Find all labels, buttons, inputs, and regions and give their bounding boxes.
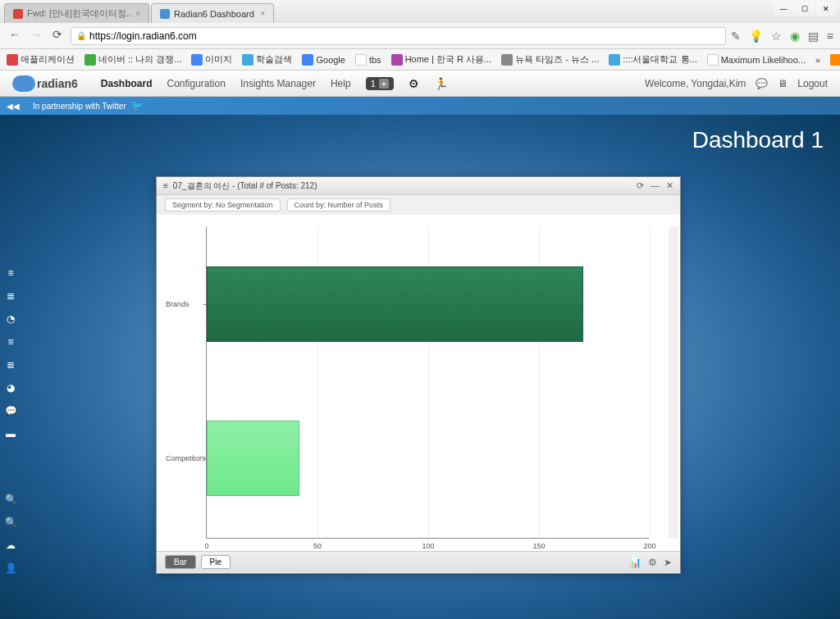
chart-plot: Brands Competitors 0 50 100 150 200 (206, 227, 649, 539)
close-window-icon[interactable]: ✕ (816, 2, 836, 16)
x-tick-50: 50 (313, 542, 322, 550)
nav-help[interactable]: Help (331, 78, 351, 89)
collapse-icon[interactable]: ◀◀ (7, 102, 20, 111)
sidebar-search4-icon[interactable]: 👤 (4, 562, 17, 575)
widget-footer: Bar Pie 📊 ⚙ ➤ (157, 551, 680, 572)
sidebar-search2-icon[interactable]: 🔍 (4, 516, 17, 529)
twitter-icon: 🐦 (131, 100, 144, 112)
pie-chart-button[interactable]: Pie (201, 555, 231, 569)
browser-tab-radian[interactable]: Radian6 Dashboard × (151, 3, 274, 23)
forward-button[interactable]: → (28, 28, 44, 44)
sidebar-tool3-icon[interactable]: ◔ (4, 312, 17, 325)
close-icon[interactable]: × (135, 9, 140, 18)
browser-tab-gmail[interactable]: Fwd: [안내]한국데이터정.. × (4, 3, 149, 23)
ext2-icon[interactable]: ▤ (808, 30, 819, 43)
bookmark-nyt[interactable]: 뉴욕 타임즈 - 뉴스 ... (501, 53, 599, 66)
nyt-icon (501, 54, 513, 66)
widget-filters: Segment by: No Segmentation Count by: Nu… (157, 195, 680, 215)
bookmark-r[interactable]: Home | 한국 R 사용... (391, 53, 492, 66)
bar-chart-button[interactable]: Bar (165, 555, 196, 569)
ext1-icon[interactable]: ◉ (790, 30, 800, 43)
nav-insights[interactable]: Insights Manager (240, 78, 316, 89)
lock-icon: 🔒 (76, 31, 86, 40)
bar-competitors[interactable] (207, 421, 299, 496)
sidebar-tool7-icon[interactable]: 💬 (4, 404, 17, 417)
gear-icon[interactable]: ⚙ (648, 557, 657, 568)
partner-bar: ◀◀ In partnership with Twitter 🐦 (0, 97, 840, 115)
forward-icon[interactable]: ➤ (664, 557, 672, 568)
bookmark-snu[interactable]: ::::서울대학교 통... (609, 53, 696, 66)
radian-icon (160, 9, 170, 19)
bookmark-images[interactable]: 이미지 (191, 53, 232, 66)
running-icon[interactable]: 🏃 (434, 77, 448, 90)
star-icon[interactable]: ☆ (771, 30, 782, 43)
bookmark-more[interactable]: » (815, 55, 820, 65)
y-label-competitors: Competitors (166, 454, 206, 462)
segment-filter-button[interactable]: Segment by: No Segmentation (165, 198, 281, 212)
hamburger-icon[interactable]: ≡ (163, 181, 168, 190)
maximize-icon[interactable]: ☐ (795, 2, 815, 16)
welcome-text: Welcome, Yongdai,Kim (645, 78, 746, 89)
sidebar-tool5-icon[interactable]: ≣ (4, 358, 17, 371)
sidebar-search1-icon[interactable]: 🔍 (4, 493, 17, 506)
chart-area: Brands Competitors 0 50 100 150 200 (157, 215, 680, 551)
refresh-icon[interactable]: ⟳ (637, 180, 644, 191)
tab-label: Radian6 Dashboard (174, 9, 254, 19)
sidebar-tool1-icon[interactable]: ≡ (4, 266, 17, 280)
app-header: radian6 Dashboard Configuration Insights… (0, 71, 840, 97)
naver-icon (84, 54, 96, 66)
close-icon[interactable]: × (260, 9, 265, 18)
bookmark-other[interactable]: 기타 북마크 (830, 53, 840, 66)
reload-button[interactable]: ⟳ (49, 28, 66, 44)
bookmark-bar: 애플리케이션 네이버 :: 나의 경쟁... 이미지 학술검색 Google t… (0, 49, 840, 71)
x-tick-200: 200 (643, 542, 655, 550)
page-counter[interactable]: 1 + (366, 77, 395, 90)
scholar-icon (242, 54, 253, 66)
nav-dashboard[interactable]: Dashboard (101, 78, 153, 89)
bookmark-apps[interactable]: 애플리케이션 (7, 53, 75, 66)
sidebar-tool6-icon[interactable]: ◕ (4, 381, 17, 394)
page-number: 1 (371, 79, 376, 89)
doc-icon (355, 54, 367, 66)
add-page-icon[interactable]: + (379, 79, 389, 89)
bookmark-ml[interactable]: Maximum Likelihoo... (707, 54, 806, 66)
sidebar-search3-icon[interactable]: ☁ (4, 539, 17, 552)
doc-icon (707, 54, 719, 66)
url-input[interactable]: 🔒 https://login.radian6.com (71, 27, 726, 45)
dashboard-title: Dashboard 1 (692, 127, 824, 153)
minimize-icon[interactable]: — (774, 2, 793, 16)
minimize-widget-icon[interactable]: — (651, 180, 660, 191)
sidebar-tool8-icon[interactable]: ▬ (4, 427, 17, 440)
logo[interactable]: radian6 (12, 75, 78, 92)
sidebar-tool2-icon[interactable]: ≣ (4, 289, 17, 303)
bookmark-naver[interactable]: 네이버 :: 나의 경쟁... (84, 53, 181, 66)
bookmark-tbs[interactable]: tbs (355, 54, 381, 66)
y-label-brands: Brands (166, 300, 189, 308)
wand-icon[interactable]: ✎ (731, 30, 741, 43)
bookmark-scholar[interactable]: 학술검색 (242, 53, 292, 66)
back-button[interactable]: ← (7, 28, 23, 44)
widget-title: 07_결혼의 여신 - (Total # of Posts: 212) (173, 180, 317, 192)
google-icon (302, 54, 313, 66)
chat-icon[interactable]: 💬 (756, 78, 768, 89)
scrollbar[interactable] (669, 227, 678, 539)
apps-icon (7, 54, 18, 66)
gear-icon[interactable]: ⚙ (409, 77, 419, 90)
partner-text: In partnership with Twitter (33, 102, 126, 111)
count-filter-button[interactable]: Count by: Number of Posts (287, 198, 390, 212)
widget-titlebar[interactable]: ≡ 07_결혼의 여신 - (Total # of Posts: 212) ⟳ … (157, 177, 680, 195)
browser-tab-bar: Fwd: [안내]한국데이터정.. × Radian6 Dashboard × … (0, 0, 840, 23)
bookmark-google[interactable]: Google (302, 54, 345, 66)
bulb-icon[interactable]: 💡 (749, 30, 763, 43)
url-actions: ✎ 💡 ☆ ◉ ▤ ≡ (731, 30, 833, 43)
sidebar-tool4-icon[interactable]: ≡ (4, 335, 17, 348)
logout-link[interactable]: Logout (797, 78, 828, 89)
menu-icon[interactable]: ≡ (827, 30, 833, 43)
bars-icon[interactable]: 📊 (629, 557, 641, 568)
screen-icon[interactable]: 🖥 (778, 78, 788, 89)
bar-brands[interactable] (207, 266, 583, 342)
nav-configuration[interactable]: Configuration (167, 78, 226, 89)
close-widget-icon[interactable]: ✕ (666, 180, 673, 191)
chevron-icon: » (815, 55, 820, 65)
left-sidebar: ≡ ≣ ◔ ≡ ≣ ◕ 💬 ▬ 🔍 🔍 ☁ 👤 (4, 266, 17, 575)
